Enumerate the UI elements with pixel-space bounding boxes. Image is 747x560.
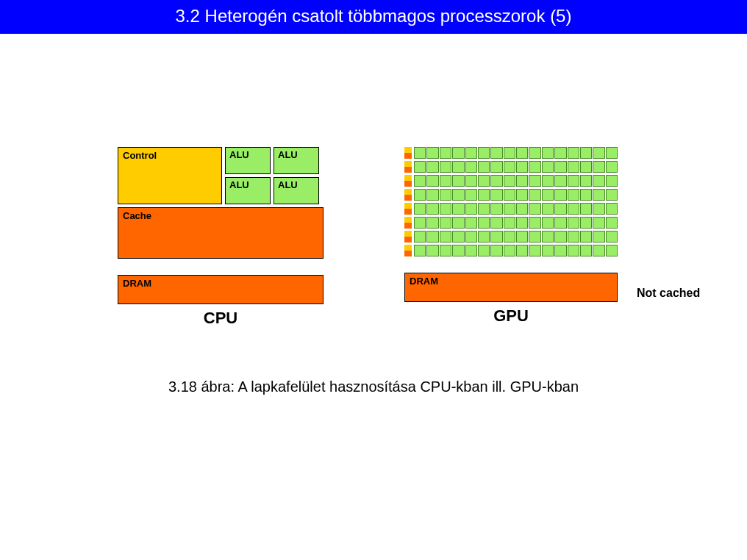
gpu-alu: [606, 175, 618, 187]
gpu-alu: [516, 189, 528, 201]
gpu-alu: [529, 161, 540, 173]
gpu-alu: [414, 161, 426, 173]
gpu-alu: [426, 175, 438, 187]
gpu-row: [404, 175, 618, 187]
gpu-alu: [426, 231, 438, 243]
gpu-alu: [465, 147, 477, 159]
gpu-alu: [554, 147, 566, 159]
gpu-alu: [580, 203, 592, 215]
gpu-block: DRAM GPU: [404, 147, 618, 328]
gpu-alu: [593, 161, 604, 173]
gpu-row-alus: [414, 231, 618, 243]
gpu-alu: [452, 217, 464, 229]
cpu-block: Control ALU ALU ALU ALU Cache DRAM CPU: [118, 147, 324, 328]
gpu-row-control: [404, 203, 412, 215]
gpu-alu: [542, 231, 554, 243]
slide-title: 3.2 Heterogén csatolt többmagos processz…: [176, 6, 572, 26]
gpu-row-control: [404, 161, 412, 173]
gpu-alu: [452, 231, 464, 243]
gpu-label: GPU: [404, 306, 618, 326]
gpu-alu: [606, 231, 618, 243]
gpu-alu: [516, 203, 528, 215]
gpu-alu: [478, 217, 490, 229]
cpu-alu: ALU: [225, 177, 271, 204]
gpu-alu: [440, 217, 451, 229]
gpu-alu: [504, 231, 515, 243]
gpu-alu: [490, 161, 502, 173]
gpu-row-alus: [414, 203, 618, 215]
gpu-alu: [606, 203, 618, 215]
gpu-alu: [414, 147, 426, 159]
gpu-alu: [440, 175, 451, 187]
gpu-alu: [478, 245, 490, 256]
gpu-alu: [440, 189, 451, 201]
gpu-alu: [414, 175, 426, 187]
gpu-row-control: [404, 189, 412, 201]
gpu-row-alus: [414, 217, 618, 229]
gpu-alu: [529, 231, 540, 243]
gpu-alu: [504, 175, 515, 187]
gpu-row: [404, 245, 618, 256]
gpu-alu: [580, 175, 592, 187]
gpu-alu: [478, 175, 490, 187]
gpu-alu: [542, 203, 554, 215]
gpu-alu: [542, 189, 554, 201]
gpu-row-alus: [414, 245, 618, 256]
gpu-alu: [414, 203, 426, 215]
gpu-alu: [465, 161, 477, 173]
gpu-alu: [440, 245, 451, 256]
gpu-alu: [529, 189, 540, 201]
gpu-alu: [568, 231, 579, 243]
gpu-alu: [568, 217, 579, 229]
gpu-alu: [593, 175, 604, 187]
gpu-alu: [568, 189, 579, 201]
gpu-alu: [529, 175, 540, 187]
gpu-row: [404, 217, 618, 229]
gpu-alu: [542, 147, 554, 159]
gpu-row: [404, 203, 618, 215]
gpu-alu: [426, 217, 438, 229]
gpu-alu: [516, 147, 528, 159]
gpu-alu: [516, 161, 528, 173]
gpu-alu: [606, 245, 618, 256]
gpu-alu: [504, 147, 515, 159]
gpu-alu: [452, 161, 464, 173]
gpu-alu: [490, 245, 502, 256]
gpu-alu: [465, 175, 477, 187]
gpu-alu: [426, 189, 438, 201]
gpu-alu: [414, 217, 426, 229]
gpu-alu: [504, 245, 515, 256]
gpu-alu: [478, 161, 490, 173]
gpu-alu: [580, 217, 592, 229]
slide-title-bar: 3.2 Heterogén csatolt többmagos processz…: [0, 0, 747, 34]
gpu-alu: [554, 231, 566, 243]
gpu-alu: [593, 217, 604, 229]
gpu-row: [404, 161, 618, 173]
gpu-alu: [568, 203, 579, 215]
gpu-alu: [426, 161, 438, 173]
gpu-alu: [516, 231, 528, 243]
gpu-alu: [580, 245, 592, 256]
cpu-alu-grid: ALU ALU ALU ALU: [225, 147, 319, 204]
gpu-alu: [465, 203, 477, 215]
gpu-alu: [414, 245, 426, 256]
gpu-alu: [504, 161, 515, 173]
cpu-label: CPU: [118, 309, 324, 328]
gpu-alu: [606, 217, 618, 229]
cpu-cache: Cache: [118, 207, 324, 259]
cpu-control-unit: Control: [118, 147, 222, 204]
gpu-dram: DRAM: [404, 273, 618, 302]
gpu-alu: [465, 245, 477, 256]
gpu-alu: [542, 161, 554, 173]
figure-caption: 3.18 ábra: A lapkafelület hasznosítása C…: [0, 378, 747, 395]
gpu-alu: [580, 189, 592, 201]
gpu-alu: [529, 203, 540, 215]
not-cached-annotation: Not cached: [637, 287, 700, 300]
gpu-alu: [490, 231, 502, 243]
gpu-row-control: [404, 175, 412, 187]
gpu-alu: [478, 147, 490, 159]
gpu-alu: [554, 245, 566, 256]
gpu-row-control: [404, 217, 412, 229]
gpu-core-rows: [404, 147, 618, 256]
gpu-alu: [580, 161, 592, 173]
